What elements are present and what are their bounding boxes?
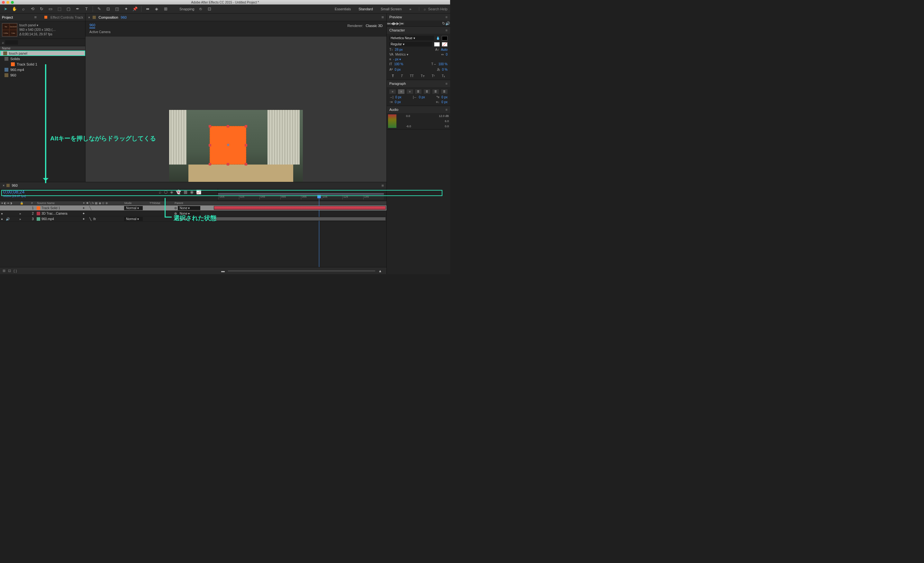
mode-col[interactable]: Mode (123, 201, 148, 205)
workspace-essentials[interactable]: Essentials (334, 7, 351, 11)
video-eye-icon[interactable]: ● (1, 217, 5, 221)
zoom-track[interactable] (228, 270, 375, 271)
no-color-swatch[interactable] (442, 42, 447, 46)
quality-icon[interactable]: ╲ (89, 206, 91, 210)
indent-left-value[interactable]: 0 px (396, 96, 402, 99)
comp-mini-flow-icon[interactable]: ⬡ (164, 190, 168, 195)
color-swatch[interactable] (37, 217, 40, 221)
project-item-touch-panel[interactable]: touch panel (0, 51, 85, 56)
renderer-value[interactable]: Classic 3D (366, 24, 382, 28)
project-tab-menu-icon[interactable]: ≡ (34, 15, 37, 19)
preview-panel-title[interactable]: Preview (389, 15, 402, 19)
orbit-tool-icon[interactable]: ⟲ (30, 6, 35, 12)
comp-tab-menu-icon[interactable]: ≡ (381, 15, 384, 19)
close-tab-icon[interactable]: × (88, 15, 90, 19)
name-column[interactable]: Name (2, 46, 10, 50)
vscale-value[interactable]: 100 % (394, 62, 403, 66)
layer-bar[interactable] (214, 206, 386, 210)
collapse-icon[interactable]: ✦ (82, 212, 85, 215)
last-frame-icon[interactable]: ⏭ (400, 21, 404, 26)
axis-icon[interactable]: ⬌ (145, 6, 150, 12)
camera-tool-icon[interactable]: ▭ (48, 6, 53, 12)
draft3d-icon[interactable]: ◈ (170, 190, 173, 195)
project-item-track-solid[interactable]: Track Solid 1 (0, 61, 85, 67)
project-columns[interactable]: Name (0, 46, 85, 51)
puppet-tool-icon[interactable]: 📌 (132, 6, 138, 12)
layer-bar[interactable] (214, 217, 386, 221)
character-panel-title[interactable]: Character (389, 28, 405, 32)
bold-icon[interactable]: T (392, 74, 394, 78)
superscript-icon[interactable]: T¹ (432, 74, 435, 78)
justify-last-right-icon[interactable]: ≣ (432, 89, 439, 94)
space-before-value[interactable]: 0 px (395, 100, 401, 104)
justify-all-icon[interactable]: ≣ (441, 89, 447, 94)
font-family-dropdown[interactable]: Helvetica Neue (389, 36, 434, 40)
tsume-value[interactable]: 0 % (442, 68, 447, 71)
audio-speaker-icon[interactable]: 🔊 (6, 217, 10, 221)
justify-last-center-icon[interactable]: ≣ (424, 89, 430, 94)
time-zoom-slider[interactable]: ▬ ▲ (221, 269, 382, 273)
pickwhip-icon[interactable]: ⊚ (174, 206, 177, 210)
handle-icon[interactable] (244, 144, 247, 147)
zoom-out-icon[interactable]: ▬ (221, 269, 225, 273)
twirl-icon[interactable]: ▸ (20, 212, 21, 215)
layer-name[interactable]: Track Solid 1 (42, 206, 60, 210)
eyedropper-icon[interactable]: 💧 (436, 36, 440, 40)
paragraph-panel-title[interactable]: Paragraph (389, 82, 406, 85)
work-area-bar[interactable] (218, 193, 384, 195)
space-after-value[interactable]: 0 px (441, 100, 447, 104)
snap-target-icon[interactable]: ⊡ (207, 6, 213, 12)
collapse-icon[interactable]: ✦ (82, 206, 85, 210)
leading-value[interactable]: Auto (441, 48, 447, 51)
local-axis-icon[interactable]: ◈ (154, 6, 159, 12)
stroke-width-value[interactable]: - px (393, 57, 401, 61)
zoom-in-icon[interactable]: ▲ (378, 269, 382, 273)
layer-name[interactable]: 3D Trac…Camera (42, 212, 68, 215)
search-help[interactable]: ⌕ Search Help (419, 7, 447, 11)
video-eye-icon[interactable]: ● (1, 212, 5, 215)
handle-icon[interactable] (244, 163, 247, 166)
baseline-value[interactable]: 0 px (394, 68, 400, 71)
twirl-icon[interactable]: ▸ (20, 217, 21, 221)
eraser-tool-icon[interactable]: ◫ (114, 6, 120, 12)
anchor-point-icon[interactable]: ✥ (226, 143, 230, 147)
comp-name-line[interactable]: touch panel ▾ (19, 23, 56, 28)
stamp-tool-icon[interactable]: ⊡ (105, 6, 111, 12)
track-solid-layer[interactable]: ✥ (210, 126, 246, 165)
brush-tool-icon[interactable]: ✎ (96, 6, 102, 12)
hscale-value[interactable]: 100 % (438, 62, 447, 66)
audio-panel-title[interactable]: Audio (389, 108, 398, 111)
snap-hook-icon[interactable]: ⎋ (198, 6, 204, 12)
smallcaps-icon[interactable]: Tᴛ (421, 74, 425, 78)
roto-tool-icon[interactable]: ✦ (123, 6, 129, 12)
shape-tool-icon[interactable]: ▢ (66, 6, 71, 12)
layer-row-track-solid[interactable]: ▸ 1 Track Solid 1 ✦ ╲ Normal ⊚ None (0, 205, 387, 211)
fill-swatch[interactable] (442, 36, 447, 40)
align-left-icon[interactable]: ≡ (389, 89, 396, 94)
parent-dropdown[interactable]: None (178, 206, 200, 210)
effect-controls-tab[interactable]: Effect Controls Track (51, 15, 83, 19)
italic-icon[interactable]: T (401, 74, 403, 78)
timeline-tab-name[interactable]: 960 (12, 184, 17, 187)
comp-breadcrumb[interactable]: 960 (89, 23, 95, 28)
timeline-tab-menu[interactable]: ≡ (381, 183, 384, 188)
snapping-label[interactable]: Snapping (179, 7, 195, 11)
project-search-input[interactable] (5, 40, 18, 45)
panel-menu-icon[interactable]: ≡ (446, 82, 447, 85)
quality-icon[interactable]: ╲ (89, 217, 91, 221)
trkmat-col[interactable]: T TrkMat (148, 201, 173, 205)
workspace-more-icon[interactable]: » (409, 7, 411, 11)
frame-blend-icon[interactable]: ▦ (184, 190, 188, 195)
font-size-value[interactable]: 28 px (395, 48, 402, 51)
pan-behind-icon[interactable]: ⬚ (57, 6, 62, 12)
search-icon[interactable]: ⌕ (159, 190, 161, 195)
collapse-icon[interactable]: ✦ (82, 217, 85, 221)
stroke-swatch[interactable] (434, 42, 440, 46)
color-swatch[interactable] (37, 212, 40, 215)
handle-icon[interactable] (208, 125, 211, 127)
traffic-lights[interactable] (2, 1, 14, 4)
close-tab-icon[interactable]: × (3, 184, 4, 187)
first-frame-icon[interactable]: ⏮ (387, 21, 391, 26)
rotate-tool-icon[interactable]: ↻ (39, 6, 44, 12)
blend-mode-dropdown[interactable]: Normal (124, 217, 143, 221)
